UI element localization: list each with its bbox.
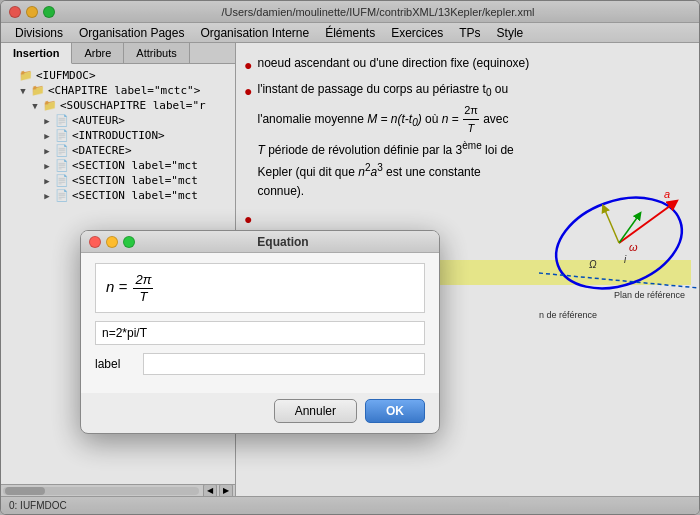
modal-traffic-lights (89, 236, 135, 248)
equation-formula: n = 2π T (106, 272, 155, 304)
denominator: T (137, 289, 149, 305)
equation-input[interactable] (95, 321, 425, 345)
fraction-display: 2π T (133, 272, 153, 304)
label-row: label (95, 353, 425, 375)
modal-overlay: Equation n = 2π T label (0, 0, 700, 515)
label-input[interactable] (143, 353, 425, 375)
cancel-button[interactable]: Annuler (274, 399, 357, 423)
modal-minimize-button[interactable] (106, 236, 118, 248)
label-field-label: label (95, 357, 135, 371)
modal-title: Equation (135, 235, 431, 249)
modal-buttons: Annuler OK (81, 393, 439, 433)
equation-display: n = 2π T (95, 263, 425, 313)
modal-body: n = 2π T label (81, 253, 439, 393)
modal-title-bar: Equation (81, 231, 439, 253)
ok-button[interactable]: OK (365, 399, 425, 423)
modal-close-button[interactable] (89, 236, 101, 248)
equation-dialog: Equation n = 2π T label (80, 230, 440, 434)
numerator: 2π (133, 272, 153, 289)
modal-maximize-button[interactable] (123, 236, 135, 248)
